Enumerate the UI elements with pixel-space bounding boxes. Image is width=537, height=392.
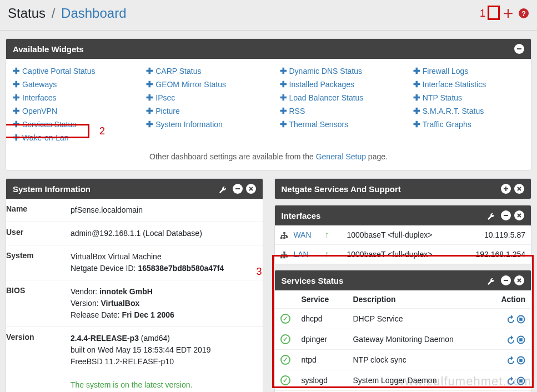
widget-item[interactable]: ✚Firewall Logs bbox=[413, 64, 524, 78]
widget-link[interactable]: NTP Status bbox=[423, 93, 462, 102]
widget-item[interactable]: ✚Dynamic DNS Status bbox=[280, 64, 391, 78]
widget-link[interactable]: RSS bbox=[289, 107, 305, 115]
interface-speed: 1000baseT <full-duplex> bbox=[342, 245, 458, 264]
widget-item[interactable]: ✚Thermal Sensors bbox=[280, 118, 391, 131]
widget-item[interactable]: ✚Gateways bbox=[13, 78, 124, 91]
link-up-icon: ↑ bbox=[325, 249, 329, 259]
plus-icon: ✚ bbox=[280, 119, 287, 129]
plus-icon: ✚ bbox=[280, 66, 287, 76]
plus-icon: ✚ bbox=[146, 79, 153, 89]
wrench-icon[interactable] bbox=[487, 210, 495, 220]
svg-rect-4 bbox=[504, 215, 508, 216]
netgate-title: Netgate Services And Support bbox=[282, 184, 401, 194]
sitemap-icon bbox=[280, 250, 288, 259]
widget-link[interactable]: System Information bbox=[155, 120, 223, 129]
widget-item[interactable]: ✚IPsec bbox=[146, 91, 257, 104]
add-widget-icon[interactable] bbox=[503, 8, 514, 19]
status-ok-icon: ✓ bbox=[280, 375, 290, 385]
help-icon[interactable]: ? bbox=[518, 8, 529, 19]
widget-item[interactable]: ✚System Information bbox=[146, 118, 257, 131]
widget-link[interactable]: GEOM Mirror Status bbox=[155, 80, 226, 89]
widget-link[interactable]: CARP Status bbox=[155, 67, 201, 76]
service-desc: DHCP Service bbox=[347, 309, 486, 329]
minimize-icon[interactable] bbox=[233, 184, 243, 194]
row-name-key: Name bbox=[6, 199, 67, 222]
expand-icon[interactable] bbox=[501, 184, 511, 194]
general-setup-link[interactable]: General Setup bbox=[316, 152, 366, 161]
widget-link[interactable]: OpenVPN bbox=[22, 107, 57, 115]
minimize-icon[interactable] bbox=[501, 275, 511, 285]
widget-link[interactable]: Traffic Graphs bbox=[423, 120, 471, 129]
row-system-val: VirtualBox Virtual Machine Netgate Devic… bbox=[67, 245, 263, 280]
link-up-icon: ↑ bbox=[325, 230, 329, 239]
restart-service-icon[interactable] bbox=[506, 354, 515, 365]
widget-link[interactable]: Interfaces bbox=[22, 93, 56, 102]
widget-link[interactable]: Interface Statistics bbox=[423, 80, 486, 89]
widget-link[interactable]: Gateways bbox=[22, 80, 57, 89]
breadcrumb-page[interactable]: Dashboard bbox=[61, 6, 126, 21]
stop-service-icon[interactable] bbox=[516, 354, 525, 365]
close-icon[interactable] bbox=[514, 210, 524, 220]
widget-item[interactable]: ✚Captive Portal Status bbox=[13, 64, 124, 78]
widget-link[interactable]: S.M.A.R.T. Status bbox=[423, 107, 484, 115]
stop-service-icon[interactable] bbox=[516, 375, 525, 386]
plus-icon: ✚ bbox=[413, 93, 420, 102]
collapse-icon[interactable] bbox=[514, 44, 524, 54]
widget-item[interactable]: ✚Services Status bbox=[13, 118, 124, 131]
widget-link[interactable]: Wake-on-Lan bbox=[22, 133, 69, 142]
stop-service-icon[interactable] bbox=[516, 313, 525, 324]
widget-link[interactable]: Thermal Sensors bbox=[289, 120, 349, 129]
widget-link[interactable]: Picture bbox=[155, 107, 180, 115]
restart-service-icon[interactable] bbox=[506, 313, 515, 324]
wrench-icon[interactable] bbox=[219, 184, 227, 194]
svg-rect-11 bbox=[519, 359, 523, 362]
interfaces-panel: Interfaces WAN↑1000baseT <full-duplex>10… bbox=[274, 205, 532, 264]
wrench-icon[interactable] bbox=[487, 275, 495, 285]
plus-icon: ✚ bbox=[13, 119, 20, 129]
restart-service-icon[interactable] bbox=[506, 334, 515, 345]
widget-item[interactable]: ✚Load Balancer Status bbox=[280, 91, 391, 104]
close-icon[interactable] bbox=[246, 184, 256, 194]
widget-item[interactable]: ✚NTP Status bbox=[413, 91, 524, 104]
minimize-icon[interactable] bbox=[501, 210, 511, 220]
widget-link[interactable]: Dynamic DNS Status bbox=[289, 67, 362, 76]
services-table: Service Description Action ✓dhcpdDHCP Se… bbox=[275, 290, 531, 392]
widget-link[interactable]: Load Balancer Status bbox=[289, 93, 364, 102]
widget-item[interactable]: ✚GEOM Mirror Status bbox=[146, 78, 257, 91]
widget-item[interactable]: ✚OpenVPN bbox=[13, 104, 124, 118]
widget-item[interactable]: ✚Picture bbox=[146, 104, 257, 118]
widget-item[interactable]: ✚Traffic Graphs bbox=[413, 118, 524, 131]
widget-item[interactable]: ✚S.M.A.R.T. Status bbox=[413, 104, 524, 118]
widget-link[interactable]: Installed Packages bbox=[289, 80, 355, 89]
interface-link[interactable]: WAN bbox=[293, 230, 311, 239]
restart-service-icon[interactable] bbox=[506, 375, 515, 386]
widget-item[interactable]: ✚Installed Packages bbox=[280, 78, 391, 91]
service-desc: System Logger Daemon bbox=[347, 370, 486, 391]
interface-link[interactable]: LAN bbox=[293, 250, 308, 259]
breadcrumb-sep: / bbox=[52, 6, 56, 21]
available-widgets-panel: Available Widgets ✚Captive Portal Status… bbox=[6, 38, 531, 170]
status-ok-icon: ✓ bbox=[280, 314, 290, 324]
widget-item[interactable]: ✚CARP Status bbox=[146, 64, 257, 78]
widget-item[interactable]: ✚Interfaces bbox=[13, 91, 124, 104]
row-version-val: 2.4.4-RELEASE-p3 (amd64) built on Wed Ma… bbox=[67, 327, 263, 393]
widget-link[interactable]: Firewall Logs bbox=[423, 67, 468, 76]
widget-link[interactable]: Captive Portal Status bbox=[22, 67, 96, 76]
plus-icon: ✚ bbox=[13, 106, 20, 115]
system-information-title: System Information bbox=[13, 184, 91, 194]
close-icon[interactable] bbox=[514, 275, 524, 285]
widget-link[interactable]: IPsec bbox=[155, 93, 175, 102]
stop-service-icon[interactable] bbox=[516, 334, 525, 345]
widget-item[interactable]: ✚RSS bbox=[280, 104, 391, 118]
widget-item[interactable]: ✚Wake-on-Lan bbox=[13, 131, 124, 144]
interface-row: WAN↑1000baseT <full-duplex>10.119.5.87 bbox=[275, 225, 531, 245]
row-user-val: admin@192.168.1.1 (Local Database) bbox=[67, 222, 263, 245]
close-icon[interactable] bbox=[514, 184, 524, 194]
svg-rect-9 bbox=[519, 338, 523, 341]
svg-rect-3 bbox=[235, 188, 240, 189]
service-name: dhcpd bbox=[296, 309, 348, 329]
col-description: Description bbox=[347, 290, 486, 309]
widget-item[interactable]: ✚Interface Statistics bbox=[413, 78, 524, 91]
widget-link[interactable]: Services Status bbox=[22, 120, 76, 129]
system-info-table: Name pfSense.localdomain User admin@192.… bbox=[6, 199, 263, 392]
